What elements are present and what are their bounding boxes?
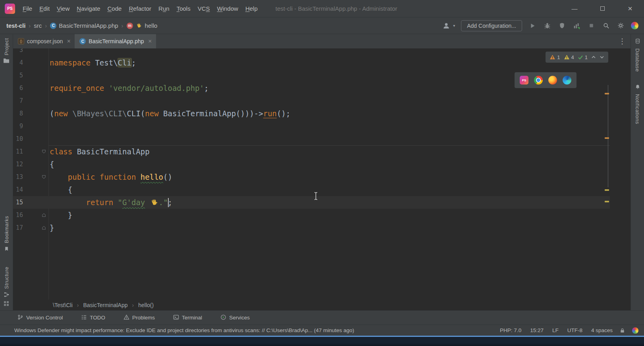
code-line-14[interactable]: 14 { (13, 183, 610, 196)
tool-window-button-database[interactable]: Database (631, 38, 644, 72)
caret-position-widget[interactable]: 15:27 (530, 327, 544, 333)
text-caret (168, 198, 169, 207)
code-line-15[interactable]: 15 return "G'day ."; (13, 196, 610, 209)
fold-marker-icon[interactable] (23, 171, 48, 183)
breadcrumb-src[interactable]: src (34, 22, 42, 29)
profiler-button[interactable] (572, 21, 581, 30)
edge-icon[interactable] (563, 76, 571, 85)
code-line-8[interactable]: 8(new \BHayes\CLI\CLI(new BasicTerminalA… (13, 107, 610, 120)
minimize-button[interactable]: — (561, 0, 588, 17)
status-bar: Windows Defender might impact performanc… (0, 325, 644, 336)
breadcrumb-hello[interactable]: mhello (127, 22, 158, 29)
phpstorm-browser-icon[interactable]: PS (520, 76, 528, 85)
code-line-12[interactable]: 12{ (13, 158, 610, 171)
lock-icon[interactable] (620, 328, 625, 333)
add-configuration-button[interactable]: Add Configuration... (461, 20, 522, 31)
inspections-widget[interactable]: 1 4 1 (546, 52, 608, 63)
stop-button[interactable] (587, 21, 596, 30)
tool-button-services[interactable]: Services (220, 314, 250, 321)
fold-marker-icon[interactable] (23, 209, 48, 221)
error-strip-mark[interactable] (605, 93, 609, 94)
line-number: 17 (13, 221, 23, 234)
tool-button-terminal[interactable]: Terminal (173, 314, 202, 321)
editor-breadcrumb-1[interactable]: BasicTerminalApp (83, 302, 127, 308)
next-problem-icon[interactable] (600, 55, 604, 60)
code-token: } (50, 223, 54, 232)
inspection-warnings[interactable]: 1 (550, 54, 560, 60)
maximize-button[interactable] (588, 0, 616, 17)
menu-code[interactable]: Code (104, 0, 125, 17)
menu-run[interactable]: Run (155, 0, 173, 17)
menu-navigate[interactable]: Navigate (73, 0, 104, 17)
coverage-button[interactable] (557, 21, 566, 30)
error-strip-mark[interactable] (605, 201, 609, 202)
menu-window[interactable]: Window (214, 0, 242, 17)
chevron-down-icon[interactable]: ▾ (453, 23, 455, 28)
line-ending-widget[interactable]: LF (552, 327, 559, 333)
encoding-widget[interactable]: UTF-8 (567, 327, 582, 333)
fold-marker-icon[interactable] (23, 145, 48, 158)
colorful-circle-icon[interactable] (631, 22, 638, 29)
editor[interactable]: 34namespace Test\Cli;56require_once 'ven… (13, 48, 631, 300)
code-line-3[interactable]: 3 (13, 48, 610, 56)
code-line-10[interactable]: 10 (13, 133, 610, 145)
tool-windows-grid-icon[interactable] (4, 301, 9, 308)
colorful-status-icon[interactable] (632, 327, 638, 334)
tab-options-kebab-icon[interactable]: ⋮ (614, 34, 631, 48)
status-message[interactable]: Windows Defender might impact performanc… (14, 327, 491, 333)
tool-button-todo[interactable]: TODO (81, 314, 105, 321)
code-line-17[interactable]: 17} (13, 221, 610, 234)
menu-file[interactable]: File (19, 0, 36, 17)
version-control-icon (17, 314, 23, 321)
tab-basicterminalapp-php[interactable]: CBasicTerminalApp.php✕ (75, 34, 156, 48)
code-line-4[interactable]: 4namespace Test\Cli; (13, 56, 610, 69)
editor-breadcrumb-0[interactable]: \Test\Cli (53, 302, 73, 308)
tool-button-label: Services (229, 315, 250, 321)
tool-window-button-notifications[interactable]: Notifications (631, 84, 644, 124)
menu-view[interactable]: View (53, 0, 73, 17)
code-line-9[interactable]: 9 (13, 120, 610, 133)
close-tab-icon[interactable]: ✕ (148, 38, 152, 44)
code-token: 'vendor/autoload.php' (109, 84, 204, 92)
user-avatar-icon[interactable] (442, 21, 451, 30)
menu-vcs[interactable]: VCS (194, 0, 214, 17)
code-line-7[interactable]: 7 (13, 94, 610, 107)
inspection-weak-warnings[interactable]: 4 (564, 54, 574, 60)
code-line-11[interactable]: 11class BasicTerminalApp (13, 145, 610, 158)
menu-tools[interactable]: Tools (173, 0, 194, 17)
close-tab-icon[interactable]: ✕ (67, 38, 71, 44)
line-number: 9 (13, 120, 23, 133)
error-strip-mark[interactable] (605, 137, 609, 139)
close-button[interactable]: ✕ (616, 0, 644, 17)
debug-button[interactable] (543, 21, 551, 30)
tool-button-problems[interactable]: Problems (123, 314, 155, 321)
tool-window-button-bookmarks[interactable]: Bookmarks (0, 216, 13, 253)
prev-problem-icon[interactable] (591, 55, 596, 60)
indent-widget[interactable]: 4 spaces (591, 327, 613, 333)
tool-window-button-structure[interactable]: Structure (0, 267, 13, 299)
chrome-icon[interactable] (534, 76, 543, 85)
code-token (50, 173, 68, 181)
search-everywhere-button[interactable] (602, 21, 610, 30)
settings-gear-icon[interactable] (616, 21, 625, 30)
tool-window-button-project[interactable]: Project (0, 38, 13, 65)
php-class-icon: C (50, 23, 56, 29)
code-line-16[interactable]: 16 } (13, 209, 610, 221)
menu-help[interactable]: Help (242, 0, 261, 17)
breadcrumb-test-cli[interactable]: test-cli (6, 22, 25, 29)
error-strip-mark[interactable] (605, 189, 609, 191)
php-version-widget[interactable]: PHP: 7.0 (500, 327, 521, 333)
inspection-ok[interactable]: 1 (578, 54, 588, 60)
editor-breadcrumb-2[interactable]: hello() (138, 302, 154, 308)
editor-scrollbar[interactable] (607, 85, 609, 187)
tool-button-version-control[interactable]: Version Control (17, 314, 63, 321)
code-line-13[interactable]: 13 public function hello() (13, 171, 610, 183)
menu-refactor[interactable]: Refactor (125, 0, 155, 17)
menu-edit[interactable]: Edit (36, 0, 53, 17)
tab-composer-json[interactable]: {}composer.json✕ (13, 34, 75, 48)
firefox-icon[interactable] (548, 76, 557, 85)
breadcrumb-basicterminalapp-php[interactable]: CBasicTerminalApp.php (50, 22, 118, 29)
fold-marker-icon[interactable] (23, 221, 48, 234)
run-button[interactable] (528, 21, 537, 30)
code-token: ; (204, 84, 208, 92)
